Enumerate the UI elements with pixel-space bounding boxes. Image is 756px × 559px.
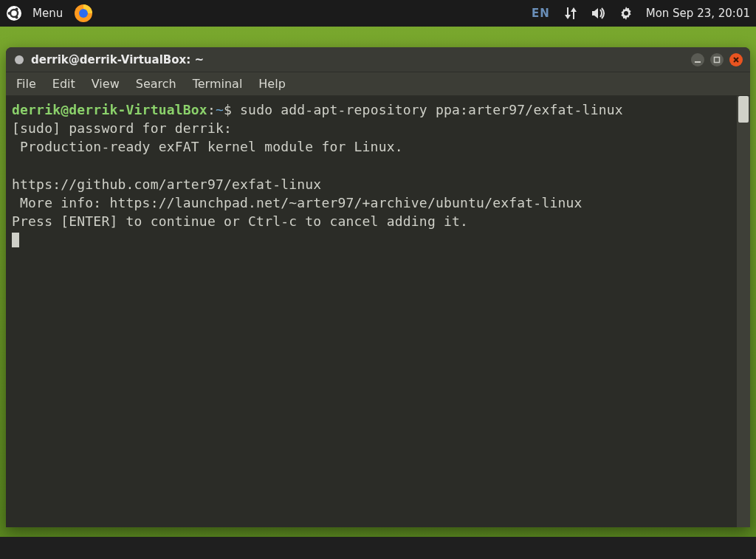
svg-point-6 xyxy=(79,9,88,18)
minimize-button[interactable] xyxy=(691,53,704,66)
menu-label[interactable]: Menu xyxy=(32,7,63,20)
menu-help[interactable]: Help xyxy=(258,77,285,91)
firefox-icon[interactable] xyxy=(73,3,94,24)
menu-terminal[interactable]: Terminal xyxy=(193,77,243,91)
top-panel: Menu EN xyxy=(0,0,756,27)
ubuntu-logo-icon[interactable] xyxy=(6,5,22,21)
menu-file[interactable]: File xyxy=(16,77,36,91)
menubar: File Edit View Search Terminal Help xyxy=(6,72,750,96)
network-icon[interactable] xyxy=(563,7,578,19)
close-button[interactable] xyxy=(729,53,743,66)
cursor-icon xyxy=(12,233,19,247)
menu-search[interactable]: Search xyxy=(136,77,176,91)
prompt-suffix: $ xyxy=(224,102,240,117)
output-line-desc: Production-ready exFAT kernel module for… xyxy=(12,139,403,154)
menu-edit[interactable]: Edit xyxy=(52,77,75,91)
output-line-prompt2: Press [ENTER] to continue or Ctrl-c to c… xyxy=(12,213,468,229)
svg-point-4 xyxy=(16,16,18,19)
maximize-button[interactable] xyxy=(710,53,724,66)
svg-point-7 xyxy=(624,11,628,16)
terminal-body: derrik@derrik-VirtualBox:~$ sudo add-apt… xyxy=(6,96,750,527)
volume-icon[interactable] xyxy=(591,7,606,19)
svg-rect-8 xyxy=(695,61,701,63)
output-line-moreinfo: More info: https://launchpad.net/~arter9… xyxy=(12,195,583,210)
prompt-sep: : xyxy=(207,102,216,117)
prompt-path: ~ xyxy=(216,102,224,117)
svg-point-3 xyxy=(16,8,18,11)
prompt-userhost: derrik@derrik-VirtualBox xyxy=(12,102,207,117)
output-line-url: https://github.com/arter97/exfat-linux xyxy=(12,176,321,192)
terminal-window: derrik@derrik-VirtualBox: ~ File Edit Vi… xyxy=(6,47,750,527)
desktop: derrik@derrik-VirtualBox: ~ File Edit Vi… xyxy=(0,27,756,559)
bottom-panel xyxy=(0,537,756,559)
menu-view[interactable]: View xyxy=(92,77,120,91)
window-indicator-icon xyxy=(15,55,24,64)
svg-rect-9 xyxy=(715,57,720,62)
terminal-content[interactable]: derrik@derrik-VirtualBox:~$ sudo add-apt… xyxy=(6,96,737,527)
clock[interactable]: Mon Sep 23, 20:01 xyxy=(646,7,750,20)
gear-icon[interactable] xyxy=(619,7,633,20)
svg-point-2 xyxy=(8,12,11,15)
window-controls xyxy=(691,53,743,66)
command-text: sudo add-apt-repository ppa:arter97/exfa… xyxy=(240,102,623,117)
scrollbar-thumb[interactable] xyxy=(738,96,749,123)
window-title: derrik@derrik-VirtualBox: ~ xyxy=(31,53,204,66)
language-indicator[interactable]: EN xyxy=(532,7,550,20)
scrollbar[interactable] xyxy=(737,96,750,527)
output-line-sudo: [sudo] password for derrik: xyxy=(12,120,232,136)
titlebar[interactable]: derrik@derrik-VirtualBox: ~ xyxy=(6,47,750,72)
